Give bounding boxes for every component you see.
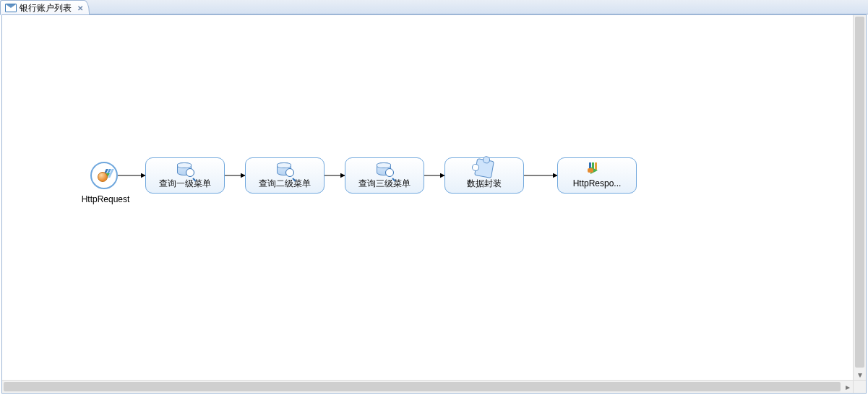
puzzle-icon bbox=[474, 158, 494, 178]
task-node-httpresponse[interactable]: HttpRespo... bbox=[557, 157, 637, 194]
database-search-icon bbox=[377, 161, 392, 175]
tab-bar: 银行账户列表 ✕ bbox=[0, 0, 868, 14]
task-node-data-wrap[interactable]: 数据封装 bbox=[444, 157, 524, 194]
start-node-httprequest[interactable] bbox=[90, 162, 118, 189]
task-node-query-level3[interactable]: 查询三级菜单 bbox=[345, 157, 424, 194]
vertical-scrollbar[interactable]: ▾ bbox=[853, 15, 866, 381]
tab-bank-account-list[interactable]: 银行账户列表 ✕ bbox=[0, 0, 90, 15]
horizontal-scrollbar[interactable]: ▸ bbox=[2, 380, 854, 393]
task-label: 查询三级菜单 bbox=[345, 178, 424, 192]
task-label: HttpRespo... bbox=[558, 178, 636, 192]
scroll-corner bbox=[853, 380, 866, 393]
task-node-query-level1[interactable]: 查询一级菜单 bbox=[145, 157, 225, 194]
vertical-scroll-thumb[interactable] bbox=[855, 17, 864, 368]
task-node-query-level2[interactable]: 查询二级菜单 bbox=[245, 157, 325, 194]
task-label: 查询二级菜单 bbox=[246, 178, 324, 192]
horizontal-scroll-thumb[interactable] bbox=[4, 382, 841, 391]
task-label: 查询一级菜单 bbox=[146, 178, 224, 192]
scroll-down-icon[interactable]: ▾ bbox=[854, 369, 866, 381]
request-icon bbox=[96, 169, 112, 182]
scroll-right-icon[interactable]: ▸ bbox=[842, 381, 854, 393]
envelope-icon bbox=[5, 4, 17, 12]
flow-canvas[interactable]: HttpRequest 查询一级菜单 查询二级菜单 查询三级菜单 数据封装 Ht… bbox=[2, 15, 866, 393]
database-search-icon bbox=[177, 161, 193, 175]
editor-canvas-frame: HttpRequest 查询一级菜单 查询二级菜单 查询三级菜单 数据封装 Ht… bbox=[1, 14, 867, 394]
start-node-label: HttpRequest bbox=[77, 194, 134, 204]
database-search-icon bbox=[277, 161, 293, 175]
tab-title: 银行账户列表 bbox=[20, 2, 72, 14]
task-label: 数据封装 bbox=[445, 178, 523, 192]
close-icon[interactable]: ✕ bbox=[77, 4, 83, 12]
response-icon bbox=[589, 162, 605, 174]
